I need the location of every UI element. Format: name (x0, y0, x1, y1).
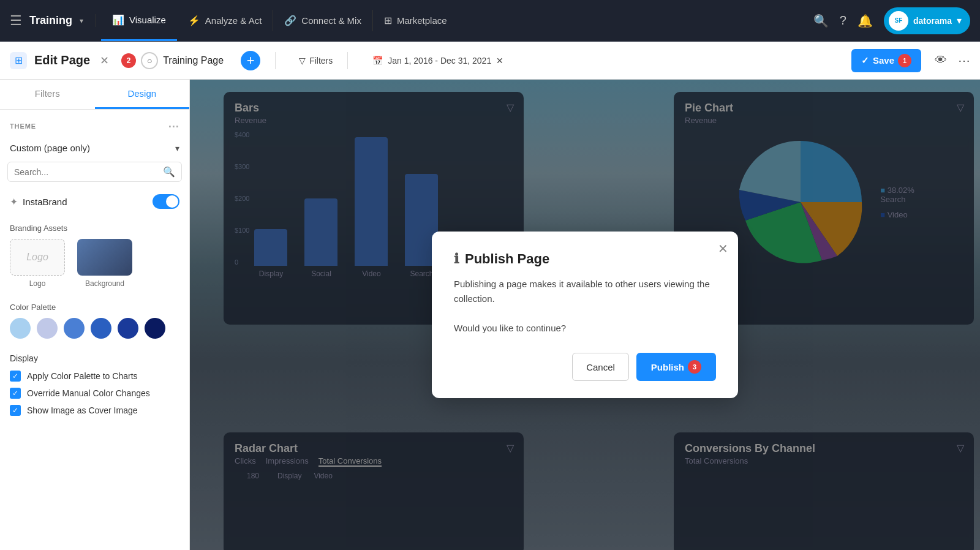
notifications-icon[interactable]: 🔔 (858, 13, 873, 28)
analyze-icon: ⚡ (188, 15, 200, 26)
checkbox-show[interactable]: ✓ (10, 405, 21, 416)
color-palette-section: Color Palette (0, 298, 189, 348)
hamburger-icon[interactable]: ☰ (10, 13, 22, 29)
theme-value: Custom (page only) (10, 143, 90, 153)
more-options-icon[interactable]: ⋯ (958, 53, 970, 68)
filters-button[interactable]: ▽ Filters (295, 56, 333, 66)
color-swatch-1[interactable] (10, 318, 31, 339)
sidebar-tabs: Filters Design (0, 80, 189, 110)
add-page-button[interactable]: + (241, 51, 260, 70)
option-override[interactable]: ✓ Override Manual Color Changes (10, 388, 179, 399)
modal-info-icon: ℹ (454, 251, 459, 267)
nav-right: 🔍 ? 🔔 SF datorama ▾ (813, 7, 970, 34)
bar-separator (275, 52, 276, 69)
instabrand-toggle[interactable] (153, 194, 179, 209)
background-item: Background (77, 239, 132, 288)
display-section: Display ✓ Apply Color Palette to Charts … (0, 348, 189, 427)
nav-label-marketplace: Marketplace (397, 15, 447, 26)
cancel-button[interactable]: Cancel (572, 353, 629, 381)
step-1-badge: 1 (898, 54, 911, 67)
sf-logo: SF (889, 11, 908, 31)
date-range-text: Jan 1, 2016 - Dec 31, 2021 (388, 56, 491, 66)
save-button[interactable]: ✓ Save 1 (851, 49, 921, 72)
edit-bar: ⊞ Edit Page ✕ 2 ○ Training Page + ▽ Filt… (0, 42, 980, 80)
bar-separator-2 (347, 52, 348, 69)
option-override-label: Override Manual Color Changes (27, 388, 150, 398)
save-check-icon: ✓ (861, 55, 869, 66)
publish-label: Publish (651, 362, 684, 372)
nav-item-connect[interactable]: 🔗 Connect & Mix (273, 0, 372, 41)
search-input[interactable] (14, 167, 159, 177)
page-tab-name: Training Page (163, 55, 224, 66)
search-icon: 🔍 (163, 166, 175, 178)
connect-icon: 🔗 (284, 15, 296, 26)
tab-design[interactable]: Design (95, 80, 190, 109)
step-2-badge: 2 (121, 53, 136, 68)
theme-options-icon[interactable]: ⋯ (168, 119, 179, 133)
logo-placeholder-text: Logo (26, 252, 48, 263)
modal-body-line1: Publishing a page makes it available to … (454, 277, 716, 306)
brand-dropdown-icon: ▾ (80, 17, 83, 25)
background-label: Background (85, 279, 124, 288)
sidebar-content: THEME ⋯ Custom (page only) ▾ 🔍 ✦ InstaBr… (0, 110, 189, 550)
modal-overlay: ✕ ℹ Publish Page Publishing a page makes… (190, 80, 980, 550)
view-icon[interactable]: 👁 (935, 53, 947, 67)
brand-area[interactable]: Training ▾ (29, 14, 96, 27)
salesforce-badge[interactable]: SF datorama ▾ (884, 7, 970, 34)
color-swatch-2[interactable] (37, 318, 58, 339)
publish-modal: ✕ ℹ Publish Page Publishing a page makes… (432, 232, 738, 398)
checkbox-override[interactable]: ✓ (10, 388, 21, 399)
option-show-image[interactable]: ✓ Show Image as Cover Image (10, 405, 179, 416)
sidebar: Filters Design THEME ⋯ Custom (page only… (0, 80, 190, 550)
nav-item-marketplace[interactable]: ⊞ Marketplace (373, 0, 458, 41)
instabrand-icon: ✦ (10, 196, 18, 208)
canvas: Bars Revenue ▽ $400 $300 $200 $100 0 Dis… (190, 80, 980, 550)
branding-assets-section: Branding Assets Logo Logo Background (0, 219, 189, 298)
instabrand-label: ✦ InstaBrand (10, 196, 67, 208)
toggle-knob (166, 195, 178, 208)
instabrand-text: InstaBrand (23, 197, 67, 207)
nav-item-visualize[interactable]: 📊 Visualize (101, 0, 177, 41)
modal-title-text: Publish Page (465, 251, 549, 267)
checkbox-apply[interactable]: ✓ (10, 371, 21, 382)
option-apply-label: Apply Color Palette to Charts (27, 371, 138, 381)
save-label: Save (873, 55, 894, 66)
visualize-icon: 📊 (112, 14, 124, 26)
theme-label: THEME (10, 122, 36, 130)
display-title: Display (10, 353, 179, 363)
option-show-label: Show Image as Cover Image (27, 405, 138, 415)
background-box[interactable] (77, 239, 132, 276)
page-tab-area: 2 ○ Training Page (121, 52, 224, 69)
option-apply-palette[interactable]: ✓ Apply Color Palette to Charts (10, 371, 179, 382)
main-area: Filters Design THEME ⋯ Custom (page only… (0, 80, 980, 550)
edit-page-close-icon[interactable]: ✕ (100, 54, 109, 67)
page-tab-circle-icon[interactable]: ○ (141, 52, 158, 69)
color-swatch-4[interactable] (91, 318, 111, 339)
nav-items: 📊 Visualize ⚡ Analyze & Act 🔗 Connect & … (101, 0, 458, 41)
theme-select[interactable]: Custom (page only) ▾ (0, 138, 189, 162)
publish-button[interactable]: Publish 3 (636, 353, 716, 381)
filters-icon: ▽ (299, 56, 306, 66)
nav-label-connect: Connect & Mix (301, 15, 361, 26)
logo-label: Logo (29, 279, 46, 288)
top-navigation: ☰ Training ▾ 📊 Visualize ⚡ Analyze & Act… (0, 0, 980, 42)
date-close-icon[interactable]: ✕ (496, 56, 503, 66)
background-preview (77, 239, 132, 276)
step-3-badge: 3 (688, 360, 701, 374)
search-bar: 🔍 (7, 162, 182, 182)
color-swatch-5[interactable] (118, 318, 138, 339)
help-icon[interactable]: ? (840, 13, 846, 28)
color-swatch-6[interactable] (145, 318, 165, 339)
date-range[interactable]: 📅 Jan 1, 2016 - Dec 31, 2021 ✕ (372, 56, 503, 66)
logo-item: Logo Logo (10, 239, 65, 288)
color-swatch-3[interactable] (64, 318, 85, 339)
nav-item-analyze[interactable]: ⚡ Analyze & Act (177, 0, 273, 41)
sf-brand-name: datorama (913, 16, 952, 26)
nav-label-analyze: Analyze & Act (205, 15, 262, 26)
modal-body-line2: Would you like to continue? (454, 321, 716, 336)
theme-section-header: THEME ⋯ (0, 110, 189, 138)
search-icon[interactable]: 🔍 (813, 13, 829, 28)
modal-close-button[interactable]: ✕ (718, 241, 728, 256)
tab-filters[interactable]: Filters (0, 80, 95, 109)
logo-box[interactable]: Logo (10, 239, 65, 276)
